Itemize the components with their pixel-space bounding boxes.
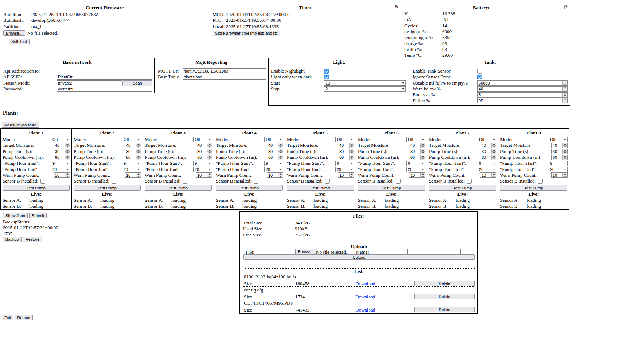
sensor-b-installed-checkbox[interactable] xyxy=(396,179,401,184)
spin-up-icon[interactable] xyxy=(350,143,354,146)
target-moisture-input[interactable]: 40 xyxy=(480,143,496,148)
warn-pump-count-input[interactable]: 10 xyxy=(267,172,283,178)
spin-up-icon[interactable] xyxy=(207,149,212,152)
target-moisture-input[interactable]: 40 xyxy=(196,143,212,148)
spin-up-icon[interactable] xyxy=(65,143,70,146)
spin-up-icon[interactable] xyxy=(136,173,141,175)
spin-up-icon[interactable] xyxy=(563,149,567,152)
base-topic-input[interactable] xyxy=(183,74,266,80)
spinner-icon[interactable] xyxy=(420,149,425,154)
spinner-icon[interactable] xyxy=(562,98,567,103)
spin-down-icon[interactable] xyxy=(350,146,354,148)
warn-pump-count-input[interactable]: 10 xyxy=(551,172,568,178)
mqtt-url-input[interactable] xyxy=(183,68,266,74)
spin-up-icon[interactable] xyxy=(350,149,354,152)
test-pump-button[interactable]: Test Pump xyxy=(3,185,70,191)
spin-up-icon[interactable] xyxy=(563,81,567,83)
pump-cooldown-input[interactable]: 60 xyxy=(54,155,70,160)
mode-select[interactable]: Off xyxy=(51,137,70,142)
spinner-icon[interactable] xyxy=(349,143,354,148)
tank-number-input[interactable]: 50000 xyxy=(477,80,568,86)
spinner-icon[interactable] xyxy=(562,173,567,177)
spin-down-icon[interactable] xyxy=(65,158,70,160)
spinner-icon[interactable] xyxy=(278,155,283,160)
download-link[interactable]: Download xyxy=(355,307,375,312)
pump-hour-end-select[interactable]: 20 xyxy=(264,167,283,172)
warn-pump-count-input[interactable]: 10 xyxy=(480,172,496,178)
pump-hour-end-select[interactable]: 20 xyxy=(51,167,70,172)
spin-up-icon[interactable] xyxy=(563,93,567,95)
spinner-icon[interactable] xyxy=(562,93,567,97)
spin-down-icon[interactable] xyxy=(65,146,70,148)
spinner-icon[interactable] xyxy=(65,143,70,148)
spin-up-icon[interactable] xyxy=(421,155,425,158)
spinner-icon[interactable] xyxy=(491,155,496,160)
spin-up-icon[interactable] xyxy=(563,87,567,89)
spin-down-icon[interactable] xyxy=(492,152,496,154)
firmware-browse-button[interactable]: Browse... xyxy=(3,30,25,36)
spinner-icon[interactable] xyxy=(207,173,212,177)
spinner-icon[interactable] xyxy=(420,155,425,160)
sensor-b-installed-checkbox[interactable] xyxy=(325,179,330,184)
spin-up-icon[interactable] xyxy=(563,98,567,101)
auto-refresh-checkbox[interactable] xyxy=(390,5,394,9)
tank-number-input[interactable]: 40 xyxy=(477,86,568,92)
spin-up-icon[interactable] xyxy=(421,173,425,175)
spin-down-icon[interactable] xyxy=(421,175,425,177)
test-pump-button[interactable]: Test Pump xyxy=(358,185,425,191)
pump-hour-end-select[interactable]: 20 xyxy=(122,167,141,172)
test-pump-button[interactable]: Test Pump xyxy=(500,185,567,191)
spin-down-icon[interactable] xyxy=(136,175,141,177)
spin-up-icon[interactable] xyxy=(65,155,70,158)
pump-time-input[interactable]: 30 xyxy=(480,149,496,154)
pump-hour-end-select[interactable]: 20 xyxy=(549,167,568,172)
pump-cooldown-input[interactable]: 60 xyxy=(409,155,425,160)
spin-down-icon[interactable] xyxy=(136,146,141,148)
light-only-dark-checkbox[interactable] xyxy=(324,75,329,79)
tank-number-input[interactable]: 95 xyxy=(477,98,568,103)
spin-down-icon[interactable] xyxy=(207,146,212,148)
target-moisture-input[interactable]: 40 xyxy=(54,143,70,148)
spin-down-icon[interactable] xyxy=(278,158,283,160)
spin-up-icon[interactable] xyxy=(207,155,212,158)
download-link[interactable]: Download xyxy=(355,281,375,287)
spinner-icon[interactable] xyxy=(562,87,567,91)
submit-button[interactable]: Submit xyxy=(29,213,47,218)
auto-refresh-checkbox[interactable] xyxy=(560,5,565,9)
spin-up-icon[interactable] xyxy=(421,149,425,152)
spin-up-icon[interactable] xyxy=(421,143,425,146)
pump-hour-start-select[interactable]: 9 xyxy=(51,161,70,166)
pump-time-input[interactable]: 30 xyxy=(196,149,212,154)
warn-pump-count-input[interactable]: 10 xyxy=(54,172,70,178)
pump-cooldown-input[interactable]: 60 xyxy=(480,155,496,160)
spinner-icon[interactable] xyxy=(207,143,212,148)
pump-hour-start-select[interactable]: 9 xyxy=(335,161,354,166)
pump-hour-start-select[interactable]: 9 xyxy=(478,161,496,166)
restore-button[interactable]: Restore xyxy=(23,237,42,242)
spin-up-icon[interactable] xyxy=(492,173,496,175)
delete-button[interactable]: Delete xyxy=(414,281,475,286)
download-link[interactable]: Download xyxy=(355,294,375,300)
spin-up-icon[interactable] xyxy=(65,173,70,175)
spin-down-icon[interactable] xyxy=(207,158,212,160)
spin-down-icon[interactable] xyxy=(563,152,567,154)
pump-time-input[interactable]: 30 xyxy=(409,149,425,154)
spin-up-icon[interactable] xyxy=(278,149,283,152)
spinner-icon[interactable] xyxy=(349,155,354,160)
spin-up-icon[interactable] xyxy=(207,173,212,175)
spin-up-icon[interactable] xyxy=(278,155,283,158)
self-test-button[interactable]: Self-Test xyxy=(9,39,30,44)
sensor-b-installed-checkbox[interactable] xyxy=(467,179,472,184)
mode-select[interactable]: Off xyxy=(122,137,141,142)
spinner-icon[interactable] xyxy=(562,149,567,154)
test-pump-button[interactable]: Test Pump xyxy=(287,185,354,191)
station-mode-input[interactable] xyxy=(57,80,122,86)
mode-select[interactable]: Off xyxy=(264,137,283,142)
exit-button[interactable]: Exit xyxy=(2,315,13,320)
reboot-button[interactable]: Reboot xyxy=(15,315,32,320)
spinner-icon[interactable] xyxy=(136,173,141,177)
spin-down-icon[interactable] xyxy=(421,158,425,160)
spin-down-icon[interactable] xyxy=(563,83,567,85)
spin-down-icon[interactable] xyxy=(563,146,567,148)
spin-up-icon[interactable] xyxy=(492,155,496,158)
